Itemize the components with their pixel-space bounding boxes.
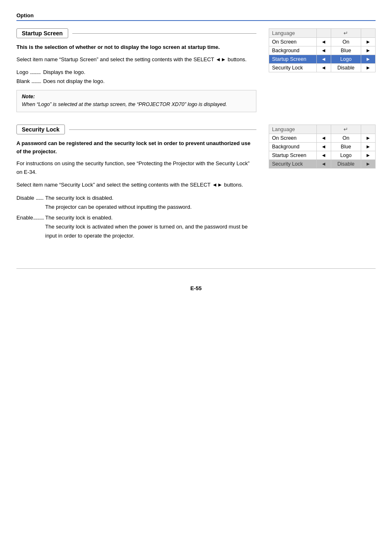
item-key-blank: Blank ......... [16, 77, 43, 86]
menu-value: On [331, 38, 361, 46]
security-lock-menu-table: Language ↵ On Screen ◄ On ► Background ◄… [269, 125, 376, 169]
menu-label: Security Lock [269, 160, 317, 169]
menu-label: On Screen [269, 38, 317, 46]
menu-value: Logo [331, 151, 361, 160]
menu-left-arrow: ◄ [316, 55, 331, 64]
menu-left-arrow: ◄ [316, 134, 331, 143]
security-lock-left: Security Lock A password can be register… [16, 125, 256, 244]
note-text: When “Logo” is selected at the startup s… [22, 101, 251, 108]
menu-label: Startup Screen [269, 55, 317, 64]
item-val-disable: The security lock is disabled. [45, 194, 113, 203]
list-item-sub: The security lock is activated when the … [45, 222, 256, 240]
startup-screen-desc-bold: This is the selection of whether or not … [16, 43, 256, 51]
menu-left-arrow [316, 29, 331, 38]
menu-value: ↵ [331, 125, 361, 134]
footer-text: E-55 [190, 285, 201, 291]
menu-left-arrow [316, 125, 331, 134]
menu-label: Background [269, 143, 317, 151]
item-val-enable: The security lock is enabled. [45, 213, 113, 222]
menu-label: On Screen [269, 134, 317, 143]
startup-screen-desc: Select item name “Startup Screen” and se… [16, 55, 256, 64]
startup-screen-note: Note: When “Logo” is selected at the sta… [16, 90, 256, 112]
menu-left-arrow: ◄ [316, 151, 331, 160]
menu-value: Disable [331, 64, 361, 72]
note-label: Note: [22, 94, 251, 99]
item-val-blank: Does not display the logo. [43, 77, 256, 86]
startup-screen-title: Startup Screen [16, 28, 68, 38]
list-item: Logo .......... Displays the logo. [16, 68, 256, 77]
menu-right-arrow: ► [361, 151, 375, 160]
menu-left-arrow: ◄ [316, 38, 331, 46]
menu-value: ↵ [331, 29, 361, 38]
list-item: Enable.......... The security lock is en… [16, 213, 256, 222]
startup-screen-item-list: Logo .......... Displays the logo. Blank… [16, 68, 256, 86]
startup-screen-section: Startup Screen This is the selection of … [16, 28, 376, 112]
security-lock-desc2: Select item name “Security Lock” and sel… [16, 181, 256, 189]
security-lock-item-list: Disable ....... The security lock is dis… [16, 194, 256, 240]
menu-value: Blue [331, 143, 361, 151]
list-item: Blank ......... Does not display the log… [16, 77, 256, 86]
item-key-enable: Enable.......... [16, 213, 45, 222]
security-lock-desc1: For instructions on using the security f… [16, 159, 256, 177]
item-val-logo: Displays the logo. [43, 68, 256, 77]
bottom-divider [16, 268, 376, 269]
startup-screen-left: Startup Screen This is the selection of … [16, 28, 256, 112]
menu-left-arrow: ◄ [316, 64, 331, 72]
menu-label: Language [269, 29, 317, 38]
menu-value: Logo [331, 55, 361, 64]
security-lock-menu: Language ↵ On Screen ◄ On ► Background ◄… [269, 125, 376, 244]
menu-right-arrow: ► [361, 38, 375, 46]
security-lock-title-bar: Security Lock [16, 125, 256, 134]
menu-right-arrow: ► [361, 64, 375, 72]
menu-right-arrow: ► [361, 46, 375, 55]
menu-right-arrow: ► [361, 143, 375, 151]
menu-label: Background [269, 46, 317, 55]
menu-label: Security Lock [269, 64, 317, 72]
item-key-logo: Logo .......... [16, 68, 43, 77]
startup-screen-title-line [72, 33, 256, 34]
header-title: Option [16, 12, 34, 18]
menu-right-arrow: ► [361, 160, 375, 169]
menu-left-arrow: ◄ [316, 143, 331, 151]
startup-screen-menu: Language ↵ On Screen ◄ On ► Background ◄… [269, 28, 376, 112]
menu-label: Startup Screen [269, 151, 317, 160]
menu-left-arrow: ◄ [316, 46, 331, 55]
startup-screen-title-bar: Startup Screen [16, 28, 256, 38]
list-item-sub: The projector can be operated without in… [45, 203, 256, 212]
menu-right-arrow: ► [361, 134, 375, 143]
item-sub-disable: The projector can be operated without in… [45, 203, 191, 212]
startup-screen-menu-table: Language ↵ On Screen ◄ On ► Background ◄… [269, 28, 376, 72]
menu-label: Language [269, 125, 317, 134]
security-lock-section: Security Lock A password can be register… [16, 125, 376, 244]
page-header: Option [16, 12, 376, 21]
menu-right-arrow [361, 29, 375, 38]
security-lock-desc-bold: A password can be registered and the sec… [16, 139, 256, 155]
menu-value: On [331, 134, 361, 143]
menu-value: Disable [331, 160, 361, 169]
menu-left-arrow: ◄ [316, 160, 331, 169]
menu-right-arrow: ► [361, 55, 375, 64]
page-footer: E-55 [16, 285, 376, 291]
item-key-disable: Disable ....... [16, 194, 45, 203]
security-lock-title-line [69, 129, 256, 130]
item-sub-enable: The security lock is activated when the … [45, 222, 256, 240]
security-lock-title: Security Lock [16, 125, 65, 134]
list-item: Disable ....... The security lock is dis… [16, 194, 256, 203]
menu-right-arrow [361, 125, 375, 134]
menu-value: Blue [331, 46, 361, 55]
